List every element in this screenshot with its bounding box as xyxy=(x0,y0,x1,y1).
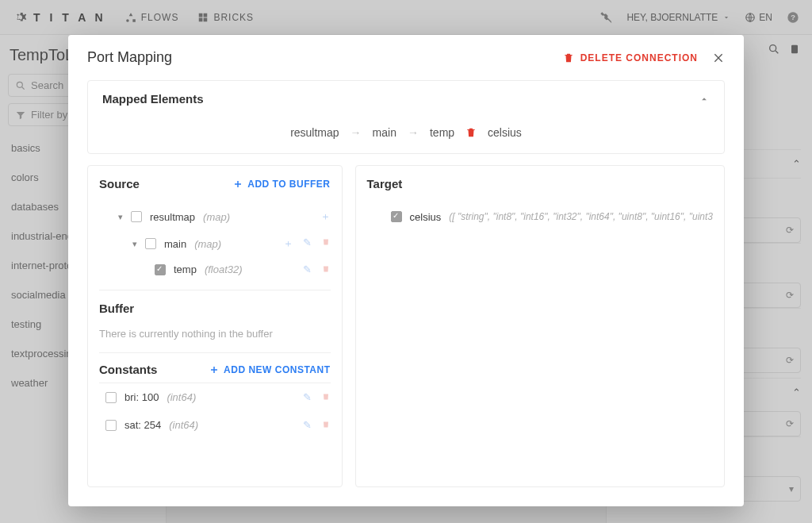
tree-type: (float32) xyxy=(205,263,243,275)
trash-icon xyxy=(465,127,477,138)
add-icon[interactable]: ＋ xyxy=(320,210,331,224)
edit-icon[interactable]: ✎ xyxy=(303,419,312,431)
crumb-item: temp xyxy=(430,126,454,139)
target-panel: Target celsius ([ "string", "int8", "int… xyxy=(355,165,725,487)
crumb-item: resultmap xyxy=(290,126,339,139)
checkbox[interactable] xyxy=(105,420,117,431)
collapse-button[interactable] xyxy=(699,94,710,105)
expand-toggle[interactable]: ▾ xyxy=(132,239,137,249)
target-label: celsius xyxy=(410,211,442,223)
tree-row-resultmap[interactable]: ▾ resultmap (map) ＋ xyxy=(99,203,331,230)
plus-icon xyxy=(233,179,243,189)
buffer-title: Buffer xyxy=(99,290,331,323)
arrow-icon: → xyxy=(350,126,362,139)
constant-type: (int64) xyxy=(169,419,198,431)
add-icon[interactable]: ＋ xyxy=(283,237,293,251)
target-row-celsius[interactable]: celsius ([ "string", "int8", "int16", "i… xyxy=(367,203,713,223)
add-to-buffer-button[interactable]: ADD TO BUFFER xyxy=(233,179,330,190)
remove-mapping-button[interactable] xyxy=(465,127,477,138)
constant-label: bri: 100 xyxy=(124,391,159,403)
chevron-up-icon xyxy=(699,94,710,105)
plus-icon xyxy=(209,365,219,375)
delete-icon[interactable] xyxy=(321,263,331,275)
delete-icon[interactable] xyxy=(321,419,331,431)
checkbox-checked[interactable] xyxy=(391,211,402,222)
checkbox[interactable] xyxy=(145,238,156,249)
mapping-breadcrumb: resultmap → main → temp celsius xyxy=(102,126,710,139)
source-title: Source xyxy=(99,177,140,190)
buffer-empty-text: There is currently nothing in the buffer xyxy=(99,323,331,352)
tree-row-main[interactable]: ▾ main (map) ＋ ✎ xyxy=(99,230,331,257)
close-dialog-button[interactable] xyxy=(712,52,725,64)
checkbox[interactable] xyxy=(131,211,142,222)
mapped-elements-title: Mapped Elements xyxy=(102,92,204,106)
port-mapping-dialog: Port Mapping DELETE CONNECTION Mapped El… xyxy=(68,35,744,506)
tree-label: resultmap xyxy=(150,211,195,223)
tree-type: (map) xyxy=(194,238,221,250)
dialog-title: Port Mapping xyxy=(87,49,172,66)
tree-label: main xyxy=(164,238,186,250)
edit-icon[interactable]: ✎ xyxy=(303,263,312,275)
delete-icon[interactable] xyxy=(321,391,331,403)
target-types: ([ "string", "int8", "int16", "int32", "… xyxy=(449,211,713,222)
mapped-elements-card: Mapped Elements resultmap → main → temp … xyxy=(87,80,725,154)
delete-icon[interactable] xyxy=(321,237,331,251)
close-icon xyxy=(712,52,725,64)
delete-connection-button[interactable]: DELETE CONNECTION xyxy=(563,52,698,63)
constant-label: sat: 254 xyxy=(124,419,161,431)
arrow-icon: → xyxy=(408,126,419,139)
crumb-item: main xyxy=(373,126,396,139)
expand-toggle[interactable]: ▾ xyxy=(118,212,123,222)
tree-label: temp xyxy=(174,263,197,275)
constants-title: Constants xyxy=(99,363,157,376)
trash-icon xyxy=(563,52,574,63)
source-panel: Source ADD TO BUFFER ▾ resultmap (map) ＋ xyxy=(87,165,343,487)
target-title: Target xyxy=(367,177,403,190)
tree-type: (map) xyxy=(203,211,230,223)
constant-type: (int64) xyxy=(167,391,196,403)
add-new-constant-button[interactable]: ADD NEW CONSTANT xyxy=(209,364,330,375)
checkbox[interactable] xyxy=(105,392,117,403)
modal-backdrop: Port Mapping DELETE CONNECTION Mapped El… xyxy=(0,0,812,523)
tree-row-temp[interactable]: temp (float32) ✎ xyxy=(99,257,331,282)
constant-row[interactable]: bri: 100 (int64) ✎ xyxy=(99,383,331,411)
constant-row[interactable]: sat: 254 (int64) ✎ xyxy=(99,411,331,439)
checkbox-checked[interactable] xyxy=(155,264,166,275)
crumb-item: celsius xyxy=(488,126,522,139)
edit-icon[interactable]: ✎ xyxy=(303,391,312,403)
edit-icon[interactable]: ✎ xyxy=(303,237,312,251)
